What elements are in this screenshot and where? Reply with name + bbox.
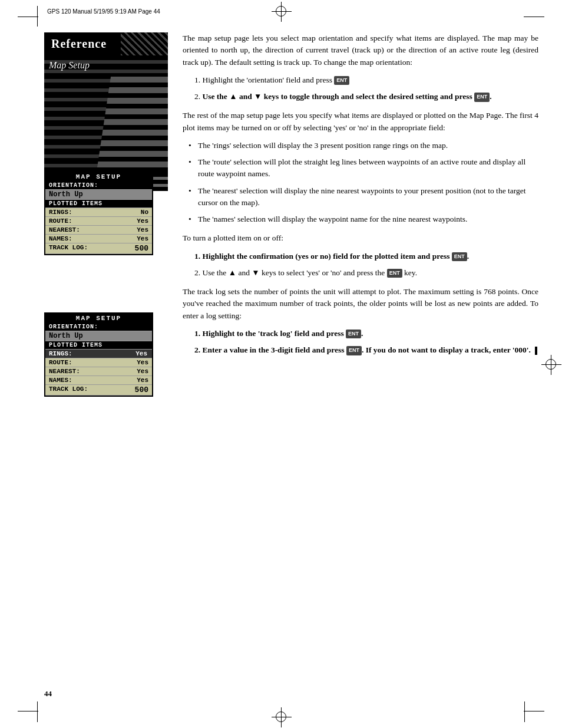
page-header: GPS 120 Manual 5/19/95 9:19 AM Page 44 [47, 8, 515, 15]
bullet-items: The 'rings' selection will display the 3… [189, 140, 538, 226]
main-content: The map setup page lets you select map o… [183, 32, 538, 363]
page-number: 44 [44, 689, 52, 699]
screen1-row-names: NAMES: Yes [45, 235, 152, 243]
key-ent-1: ENT [334, 76, 349, 85]
reg-mark-right [546, 359, 556, 370]
screen2-row-nearest: NEAREST: Yes [45, 367, 152, 376]
step-plotted-1: 1. Highlight the confirmation (yes or no… [194, 251, 538, 262]
step-orientation-1: 1. Highlight the 'orientation' field and… [194, 74, 538, 86]
track-log-paragraph: The track log sets the number of points … [183, 286, 538, 322]
screen1-title: MAP SETUP [45, 172, 152, 182]
intro-paragraph: The map setup page lets you select map o… [183, 32, 538, 68]
screen2-orientation-label: ORIENTATION: [45, 323, 152, 331]
screen2-row-tracklog: TRACK LOG: 500 [45, 385, 152, 396]
bullet-nearest: The 'nearest' selection will display the… [189, 185, 538, 209]
steps-track-log: 1. Highlight to the 'track log' field an… [194, 328, 538, 357]
screen1-row-route: ROUTE: Yes [45, 217, 152, 226]
screen2-row-route: ROUTE: Yes [45, 358, 152, 367]
step-plotted-2: 2. Use the ▲ and ▼ keys to select 'yes' … [194, 267, 538, 279]
header-text: GPS 120 Manual 5/19/95 9:19 AM Page 44 [47, 8, 160, 15]
steps-orientation: 1. Highlight the 'orientation' field and… [194, 74, 538, 103]
step-tracklog-1: 1. Highlight to the 'track log' field an… [194, 328, 538, 340]
step-orientation-2: 2. Use the ▲ and ▼ keys to toggle throug… [194, 91, 538, 103]
crop-mark-bl-v [37, 701, 38, 722]
screen1-orientation-value: North Up [45, 190, 152, 200]
key-ent-2: ENT [474, 93, 490, 102]
bullet-route: The 'route' selection will plot the stra… [189, 156, 538, 180]
key-ent-6: ENT [346, 346, 362, 355]
key-ent-4: ENT [387, 269, 402, 278]
crop-mark-br-h [524, 711, 544, 711]
screen1-row-tracklog: TRACK LOG: 500 [45, 243, 152, 254]
screen2-orientation-value: North Up [45, 331, 152, 341]
gps-screen-1: MAP SETUP ORIENTATION: North Up PLOTTED … [44, 171, 153, 255]
turn-on-off-intro: To turn a plotted item on or off: [183, 232, 538, 244]
screen1-plotted-label: PLOTTED ITEMS [45, 200, 152, 208]
cursor-marker [535, 347, 537, 355]
key-ent-3: ENT [452, 252, 467, 262]
crop-mark-br-v [524, 701, 525, 722]
reference-label: Reference [44, 32, 168, 55]
bullet-names: The 'names' selection will display the w… [189, 213, 538, 225]
crop-mark-tr-h [524, 17, 544, 17]
steps-plotted: 1. Highlight the confirmation (yes or no… [194, 251, 538, 279]
screen2-plotted-label: PLOTTED ITEMS [45, 341, 152, 350]
screen1-row-rings: RINGS: No [45, 208, 152, 217]
bullet-rings: The 'rings' selection will display the 3… [189, 140, 538, 151]
gps-screen-2: MAP SETUP ORIENTATION: North Up PLOTTED … [44, 312, 153, 397]
screen2-row-names: NAMES: Yes [45, 376, 152, 385]
crop-mark-bl-h [18, 711, 38, 711]
screen1-orientation-label: ORIENTATION: [45, 182, 152, 190]
left-sidebar: Reference Map Setup [44, 32, 168, 191]
screen1-row-nearest: NEAREST: Yes [45, 226, 152, 235]
screen2-title: MAP SETUP [45, 314, 152, 323]
crop-mark-tl-v [37, 6, 38, 27]
step-tracklog-2: 2. Enter a value in the 3-digit field an… [194, 344, 538, 356]
reg-mark-bottom [276, 711, 286, 722]
middle-paragraph: The rest of the map setup page lets you … [183, 110, 538, 134]
crop-mark-tl-h [18, 17, 38, 17]
map-setup-label: Map Setup [49, 60, 90, 71]
key-ent-5: ENT [346, 330, 361, 339]
screen2-row-rings: RINGS: Yes [45, 350, 152, 358]
